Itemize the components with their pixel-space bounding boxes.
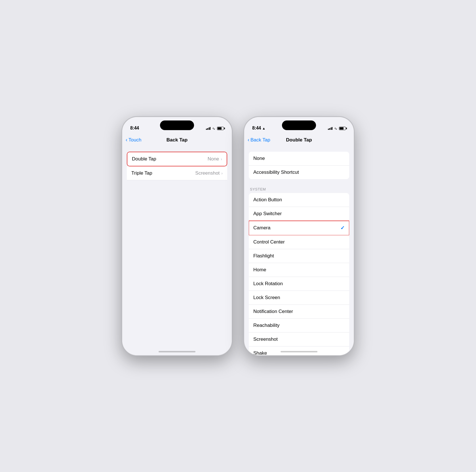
none-label: None [253, 156, 265, 161]
system-group: Action Button App Switcher Camera ✓ Cont… [249, 193, 349, 355]
list-item-flashlight[interactable]: Flashlight [249, 249, 349, 263]
back-button-left[interactable]: ‹ Touch [126, 137, 141, 143]
phone-left: 8:44 ∿ ‹ Tou [122, 117, 232, 356]
lock-screen-label: Lock Screen [253, 295, 280, 300]
phone-left-screen: 8:44 ∿ ‹ Tou [122, 117, 232, 355]
list-item-control-center[interactable]: Control Center [249, 235, 349, 249]
lock-rotation-label: Lock Rotation [253, 281, 283, 287]
home-indicator-right [281, 351, 317, 352]
phones-container: 8:44 ∿ ‹ Tou [122, 117, 354, 356]
page-title-right: Double Tap [286, 137, 312, 143]
list-item-none[interactable]: None [249, 152, 349, 166]
control-center-label: Control Center [253, 239, 285, 245]
time-right: 8:44 ▲ [252, 126, 266, 131]
double-tap-right: None › [208, 156, 222, 162]
list-item-app-switcher[interactable]: App Switcher [249, 207, 349, 221]
signal-icon-left [206, 127, 211, 130]
status-icons-right: ∿ [328, 126, 346, 131]
back-label-left: Touch [129, 137, 141, 143]
battery-icon-right [339, 127, 346, 130]
reachability-label: Reachability [253, 323, 280, 328]
phone-right: 8:44 ▲ ∿ ‹ [244, 117, 354, 356]
list-item-camera[interactable]: Camera ✓ [249, 221, 349, 235]
accessibility-label: Accessibility Shortcut [253, 170, 299, 175]
triple-tap-right: Screenshot › [195, 170, 223, 176]
battery-icon-left [217, 127, 224, 130]
back-button-right[interactable]: ‹ Back Tap [248, 137, 270, 143]
home-label: Home [253, 267, 266, 273]
list-item-action-button[interactable]: Action Button [249, 193, 349, 207]
list-item-triple-tap[interactable]: Triple Tap Screenshot › [127, 166, 227, 180]
list-item-reachability[interactable]: Reachability [249, 319, 349, 333]
list-item-lock-screen[interactable]: Lock Screen [249, 291, 349, 305]
list-item-screenshot[interactable]: Screenshot [249, 333, 349, 346]
list-item-lock-rotation[interactable]: Lock Rotation [249, 277, 349, 291]
top-group: None Accessibility Shortcut [249, 152, 349, 179]
double-tap-chevron: › [221, 157, 222, 161]
back-label-right: Back Tap [250, 137, 270, 143]
wifi-icon-left: ∿ [212, 126, 215, 131]
action-button-label: Action Button [253, 197, 282, 203]
list-item-double-tap[interactable]: Double Tap None › [127, 152, 227, 166]
list-item-home[interactable]: Home [249, 263, 349, 277]
nav-header-left: ‹ Touch Back Tap [122, 133, 232, 147]
back-chevron-right: ‹ [248, 137, 249, 143]
flashlight-label: Flashlight [253, 253, 274, 259]
triple-tap-chevron: › [221, 171, 223, 175]
page-title-left: Back Tap [167, 137, 188, 143]
camera-label: Camera [253, 225, 270, 231]
double-tap-value: None [208, 156, 219, 162]
shake-label: Shake [253, 350, 267, 355]
signal-icon-right [328, 127, 333, 130]
dynamic-island-left [160, 120, 194, 130]
triple-tap-label: Triple Tap [131, 170, 152, 176]
camera-checkmark: ✓ [340, 225, 345, 231]
list-item-accessibility[interactable]: Accessibility Shortcut [249, 166, 349, 179]
double-tap-label: Double Tap [132, 156, 156, 162]
list-container-right: None Accessibility Shortcut SYSTEM Actio… [244, 147, 354, 355]
notification-center-label: Notification Center [253, 309, 293, 314]
time-left: 8:44 [130, 126, 139, 131]
back-chevron-left: ‹ [126, 137, 127, 143]
dynamic-island-right [282, 120, 316, 130]
wifi-icon-right: ∿ [334, 126, 337, 131]
status-icons-left: ∿ [206, 126, 224, 131]
list-container-left: Double Tap None › Triple Tap Screenshot … [122, 147, 232, 355]
app-switcher-label: App Switcher [253, 211, 282, 217]
home-indicator-left [159, 351, 195, 352]
system-section-header: SYSTEM [244, 185, 354, 193]
list-item-notification-center[interactable]: Notification Center [249, 305, 349, 319]
phone-right-screen: 8:44 ▲ ∿ ‹ [244, 117, 354, 355]
triple-tap-value: Screenshot [195, 170, 220, 176]
nav-header-right: ‹ Back Tap Double Tap [244, 133, 354, 147]
screenshot-label: Screenshot [253, 336, 278, 342]
